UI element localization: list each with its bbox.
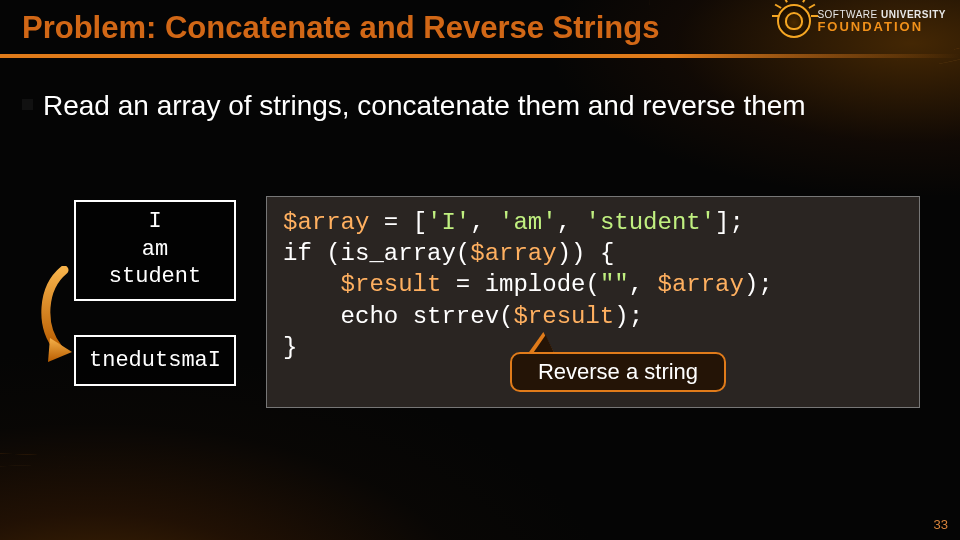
logo-text-line2: FOUNDATION bbox=[817, 20, 946, 33]
callout-box: Reverse a string bbox=[510, 352, 726, 392]
lightbulb-icon bbox=[777, 4, 811, 38]
page-number: 33 bbox=[934, 517, 948, 532]
input-box: I am student bbox=[74, 200, 236, 301]
title-underline bbox=[0, 54, 960, 58]
bullet-square-icon bbox=[22, 99, 33, 110]
decorative-swirl-bottom bbox=[0, 400, 520, 540]
input-line: I bbox=[80, 208, 230, 236]
output-box: tnedutsmaI bbox=[74, 335, 236, 387]
bullet-text: Read an array of strings, concatenate th… bbox=[43, 88, 806, 123]
logo-text-line1: SOFTWARE UNIVERSITY bbox=[817, 10, 946, 20]
input-line: student bbox=[80, 263, 230, 291]
bullet-item: Read an array of strings, concatenate th… bbox=[22, 88, 806, 123]
softuni-logo: SOFTWARE UNIVERSITY FOUNDATION bbox=[777, 4, 946, 38]
slide-title: Problem: Concatenate and Reverse Strings bbox=[22, 10, 659, 46]
input-line: am bbox=[80, 236, 230, 264]
